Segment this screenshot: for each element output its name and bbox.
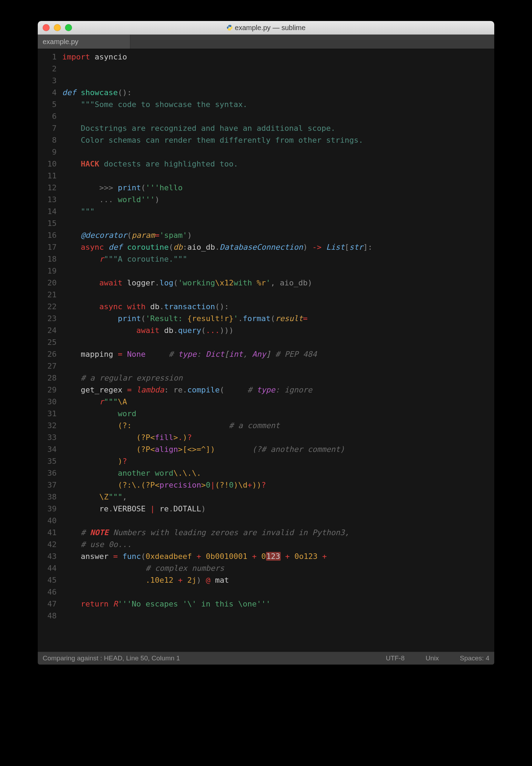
code-line: async def coroutine(db:aio_db.DatabaseCo…	[62, 241, 494, 253]
window-controls	[43, 24, 72, 31]
line-number: 11	[38, 170, 57, 182]
line-number: 33	[38, 432, 57, 444]
line-number: 29	[38, 384, 57, 396]
line-number: 3	[38, 75, 57, 87]
code-line: get_regex = lambda: re.compile( # type: …	[62, 384, 494, 396]
code-line: import asyncio	[62, 51, 494, 63]
minimize-icon[interactable]	[54, 24, 61, 31]
line-number: 22	[38, 301, 57, 313]
code-line: word	[62, 408, 494, 420]
code-line: >>> print('''hello	[62, 182, 494, 194]
code-line: Docstrings are recognized and have an ad…	[62, 122, 494, 134]
code-line: await logger.log('working\x12with %r', a…	[62, 277, 494, 289]
code-line: r"""\A	[62, 396, 494, 408]
code-line: ... world''')	[62, 194, 494, 206]
code-line: # use 0o...	[62, 539, 494, 551]
status-bar: Comparing against : HEAD, Line 50, Colum…	[38, 652, 494, 665]
line-number: 44	[38, 562, 57, 574]
line-number: 18	[38, 253, 57, 265]
code-line: @decorator(param='spam')	[62, 229, 494, 241]
line-number: 45	[38, 574, 57, 586]
line-number: 17	[38, 241, 57, 253]
code-line: print('Result: {result!r}'.format(result…	[62, 313, 494, 325]
line-number: 46	[38, 586, 57, 598]
line-number: 24	[38, 325, 57, 336]
code-line: (?P<fill>.)?	[62, 432, 494, 444]
line-number: 13	[38, 194, 57, 206]
code-line: """	[62, 206, 494, 218]
line-number: 20	[38, 277, 57, 289]
line-number: 16	[38, 229, 57, 241]
status-line-endings[interactable]: Unix	[425, 654, 439, 662]
code-line	[62, 289, 494, 301]
code-line: def showcase():	[62, 87, 494, 99]
line-number: 41	[38, 527, 57, 539]
line-number: 42	[38, 539, 57, 551]
code-line: await db.query(...)))	[62, 325, 494, 336]
line-number: 15	[38, 218, 57, 229]
code-line: (?:\.(?P<precision>0|(?!0)\d+))?	[62, 479, 494, 491]
editor-area[interactable]: 1234567891011121314151617181920212223242…	[38, 49, 494, 652]
python-file-icon	[227, 24, 233, 31]
status-indent[interactable]: Spaces: 4	[460, 654, 490, 662]
code-line: return R'''No escapes '\' in this \one''…	[62, 598, 494, 610]
code-line	[62, 360, 494, 372]
zoom-icon[interactable]	[65, 24, 72, 31]
line-number: 7	[38, 122, 57, 134]
code-line: another word\.\.\.	[62, 467, 494, 479]
status-left: Comparing against : HEAD, Line 50, Colum…	[43, 654, 180, 662]
line-number: 48	[38, 610, 57, 622]
code-line	[62, 63, 494, 75]
line-number: 32	[38, 420, 57, 432]
code-line	[62, 170, 494, 182]
line-number: 14	[38, 206, 57, 218]
line-number: 6	[38, 111, 57, 122]
line-number: 38	[38, 491, 57, 503]
close-icon[interactable]	[43, 24, 50, 31]
code-line: (?: # a comment	[62, 420, 494, 432]
line-number: 10	[38, 158, 57, 170]
line-number: 2	[38, 63, 57, 75]
status-encoding[interactable]: UTF-8	[386, 654, 405, 662]
tab-bar: example.py	[38, 35, 494, 49]
code-line	[62, 586, 494, 598]
code-line	[62, 218, 494, 229]
line-number: 35	[38, 455, 57, 467]
code-line	[62, 111, 494, 122]
line-number-gutter: 1234567891011121314151617181920212223242…	[38, 51, 60, 652]
line-number: 25	[38, 336, 57, 348]
code-line: # NOTE Numbers with leading zeroes are i…	[62, 527, 494, 539]
line-number: 37	[38, 479, 57, 491]
line-number: 40	[38, 515, 57, 527]
code-line	[62, 146, 494, 158]
code-line: HACK doctests are highlighted too.	[62, 158, 494, 170]
line-number: 43	[38, 551, 57, 562]
code-line: """Some code to showcase the syntax.	[62, 99, 494, 111]
code-line	[62, 515, 494, 527]
line-number: 5	[38, 99, 57, 111]
tab-label: example.py	[43, 38, 78, 46]
code-line: # complex numbers	[62, 562, 494, 574]
code-line	[62, 610, 494, 622]
line-number: 4	[38, 87, 57, 99]
tab-example-py[interactable]: example.py	[38, 35, 130, 49]
line-number: 12	[38, 182, 57, 194]
code-content[interactable]: import asyncio def showcase(): """Some c…	[60, 51, 494, 652]
line-number: 26	[38, 348, 57, 360]
code-line: \Z""",	[62, 491, 494, 503]
line-number: 9	[38, 146, 57, 158]
code-line: async with db.transaction():	[62, 301, 494, 313]
code-line: re.VERBOSE | re.DOTALL)	[62, 503, 494, 515]
line-number: 36	[38, 467, 57, 479]
code-line: answer = func(0xdeadbeef + 0b0010001 + 0…	[62, 551, 494, 562]
line-number: 8	[38, 134, 57, 146]
line-number: 27	[38, 360, 57, 372]
code-line: )?	[62, 455, 494, 467]
line-number: 34	[38, 444, 57, 455]
line-number: 39	[38, 503, 57, 515]
window-title: example.py — sublime	[38, 24, 494, 32]
line-number: 28	[38, 372, 57, 384]
editor-window: example.py — sublime example.py 12345678…	[38, 21, 494, 665]
code-line: .10e12 + 2j) @ mat	[62, 574, 494, 586]
code-line: (?P<align>[<>=^]) (?# another comment)	[62, 444, 494, 455]
